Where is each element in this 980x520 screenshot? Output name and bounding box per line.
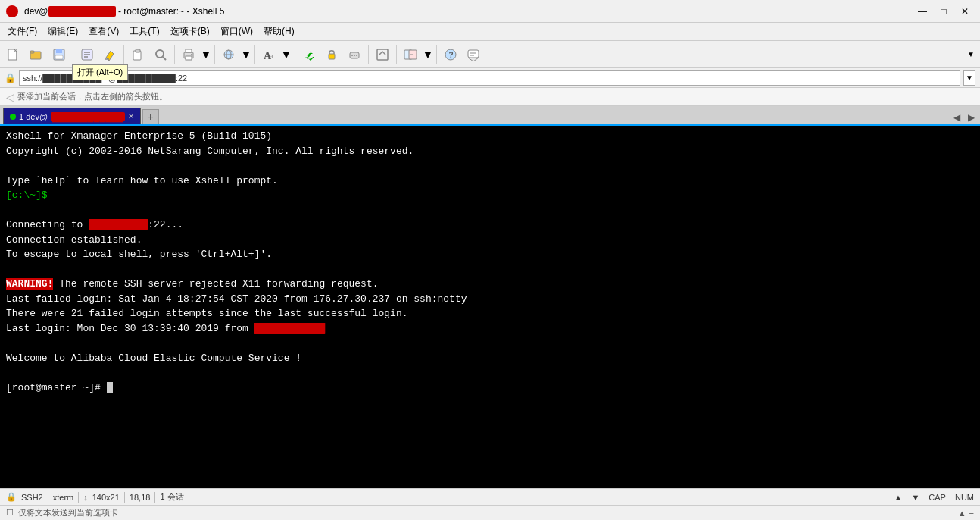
find-button[interactable] [150, 44, 171, 65]
terminal-redacted-ip2: ████████████ [254, 323, 326, 334]
svg-line-16 [163, 57, 166, 60]
terminal-text: The remote SSH server rejected X11 forwa… [53, 278, 378, 290]
send-text-icon: ☐ [6, 508, 14, 518]
save-button[interactable] [48, 44, 70, 65]
nav-down-icon[interactable]: ▼ [911, 493, 919, 502]
address-dropdown[interactable]: ▼ [963, 70, 975, 86]
menu-window[interactable]: 窗口(W) [216, 23, 257, 39]
menu-tools[interactable]: 工具(T) [125, 23, 164, 39]
tab-prev-button[interactable]: ◀ [951, 112, 963, 123]
title-bar: dev@██████████ - root@master:~ - Xshell … [0, 0, 980, 23]
status-lock-icon: 🔒 [6, 492, 17, 502]
terminal-line-2: Copyright (c) 2002-2016 NetSarang Comput… [6, 144, 974, 159]
terminal-cursor [107, 382, 113, 393]
recycle-button[interactable] [298, 44, 320, 65]
globe-dropdown-button[interactable]: ▼ [241, 44, 251, 65]
globe-button[interactable] [218, 44, 239, 65]
svg-point-20 [191, 54, 192, 55]
terminal-line-1: Xshell for Xmanager Enterprise 5 (Build … [6, 129, 974, 144]
title-sep: - root@master:~ - Xshell 5 [116, 6, 225, 17]
terminal-line-3 [6, 158, 974, 174]
menu-help[interactable]: 帮助(H) [259, 23, 299, 39]
add-tab-button[interactable]: + [142, 109, 159, 124]
terminal-text: Welcome to Alibaba Cloud Elastic Compute… [6, 352, 301, 364]
terminal-line-6 [6, 203, 974, 218]
menu-edit[interactable]: 编辑(E) [43, 23, 83, 39]
toolbar-sep-1 [73, 45, 73, 64]
toolbar-right-btn[interactable]: ▼ [965, 44, 977, 65]
address-bar: 🔒 ▼ [0, 68, 980, 88]
status-sep-1 [48, 492, 48, 503]
terminal-text: Copyright (c) 2002-2016 NetSarang Comput… [6, 146, 414, 157]
new-button[interactable] [3, 44, 24, 65]
font-dropdown-button[interactable]: ▼ [281, 44, 292, 65]
tab-bar-left: 1 dev@████████████ ✕ + [3, 108, 159, 124]
status-size-icon: ↕ [83, 493, 88, 502]
maximize-button[interactable]: □ [935, 4, 953, 19]
svg-rect-14 [136, 49, 140, 52]
menu-bar: 文件(F) 编辑(E) 查看(V) 工具(T) 选项卡(B) 窗口(W) 帮助(… [0, 23, 980, 41]
lock-button[interactable] [321, 44, 342, 65]
terminal[interactable]: Xshell for Xmanager Enterprise 5 (Build … [0, 126, 980, 488]
svg-rect-26 [329, 54, 335, 59]
help-button[interactable]: ? [440, 44, 461, 65]
font-button[interactable]: Aa [258, 44, 279, 65]
terminal-line-16: Welcome to Alibaba Cloud Elastic Compute… [6, 351, 974, 366]
toolbar-sep-3 [174, 45, 175, 64]
nav-up-icon[interactable]: ▲ [894, 493, 903, 502]
terminal-text: There were 21 failed login attempts sinc… [6, 308, 408, 319]
address-input[interactable] [19, 70, 960, 86]
menu-options[interactable]: 选项卡(B) [166, 23, 214, 39]
status-size: 140x21 [92, 493, 120, 502]
terminal-line-4: Type `help` to learn how to use Xshell p… [6, 174, 974, 189]
title-redacted1: ██████████ [48, 6, 116, 17]
bottom-bar: ☐ 仅将文本发送到当前选项卡 ▲ ≡ [0, 505, 980, 520]
terminal-line-8: Connection established. [6, 233, 974, 248]
terminal-line-7: Connecting to ██████████:22... [6, 218, 974, 233]
status-sep-3 [124, 492, 125, 503]
title-bar-controls: — □ ✕ [913, 4, 974, 19]
terminal-redacted-ip: ██████████ [89, 219, 148, 230]
toolbar-sep-6 [295, 45, 295, 64]
key-button[interactable] [344, 44, 365, 65]
minimize-button[interactable]: — [913, 4, 932, 19]
toolbar-sep-2 [123, 45, 124, 64]
svg-text:a: a [270, 52, 273, 60]
status-sessions: 1 会话 [160, 491, 183, 503]
close-button[interactable]: ✕ [956, 4, 974, 19]
terminal-line-10 [6, 262, 974, 277]
terminal-text: Last login: Mon Dec 30 13:39:40 2019 fro… [6, 323, 254, 334]
menu-file[interactable]: 文件(F) [3, 23, 42, 39]
send-text-label: 仅将文本发送到当前选项卡 [18, 507, 118, 518]
active-tab[interactable]: 1 dev@████████████ ✕ [3, 108, 141, 124]
transfer-button[interactable] [400, 44, 421, 65]
arrow-left-icon: ◁ [6, 91, 14, 103]
svg-rect-18 [186, 49, 192, 52]
svg-rect-7 [55, 55, 63, 59]
tab-bar: 1 dev@████████████ ✕ + ◀ ▶ [0, 106, 980, 126]
status-protocol: SSH2 [21, 493, 43, 502]
print-dropdown-button[interactable]: ▼ [201, 44, 211, 65]
svg-rect-4 [30, 51, 34, 53]
title-text: dev@██████████ - root@master:~ - Xshell … [24, 6, 224, 17]
paste-button[interactable] [127, 44, 148, 65]
print-button[interactable] [178, 44, 199, 65]
title-bar-left: dev@██████████ - root@master:~ - Xshell … [6, 5, 224, 17]
bottom-bar-left: ☐ 仅将文本发送到当前选项卡 [6, 507, 118, 518]
expand-button[interactable] [372, 44, 393, 65]
open-button[interactable]: 打开 (Alt+O) [26, 44, 47, 65]
edit-button[interactable] [99, 44, 120, 65]
tab-next-button[interactable]: ▶ [966, 112, 977, 123]
message-button[interactable] [463, 44, 484, 65]
open-tooltip: 打开 (Alt+O) [72, 64, 128, 80]
svg-rect-6 [56, 49, 62, 53]
tab-bar-right: ◀ ▶ [951, 112, 977, 124]
terminal-text: Connecting to [6, 219, 89, 230]
menu-view[interactable]: 查看(V) [84, 23, 123, 39]
bottom-nav-up[interactable]: ▲ [958, 509, 966, 518]
bottom-menu-icon[interactable]: ≡ [969, 509, 974, 518]
tab-close-icon[interactable]: ✕ [128, 112, 134, 121]
properties-button[interactable] [76, 44, 98, 65]
transfer-dropdown-button[interactable]: ▼ [423, 44, 433, 65]
terminal-prompt-root: [root@master ~]# [6, 382, 107, 393]
